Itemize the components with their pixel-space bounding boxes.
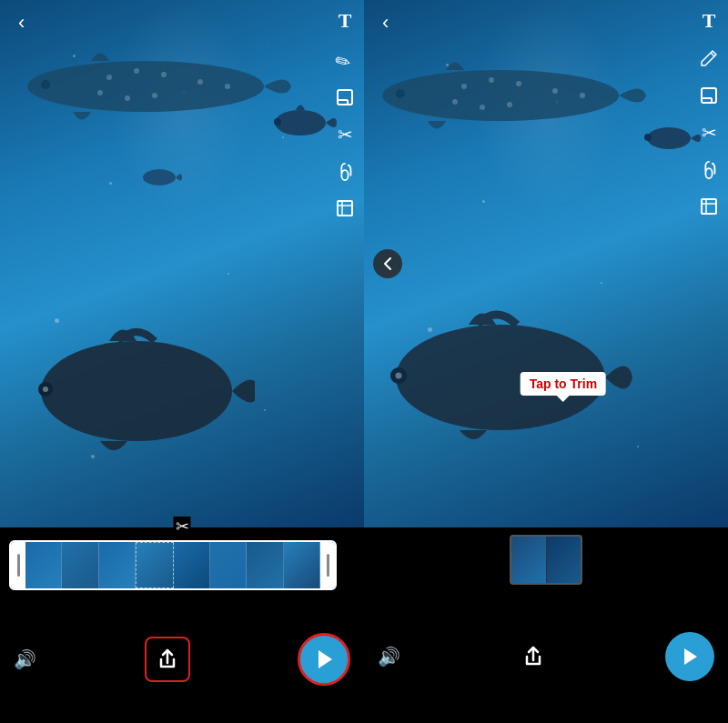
thumb-frame-2 — [546, 537, 581, 583]
small-fish-svg — [264, 100, 337, 146]
svg-point-30 — [480, 105, 485, 110]
svg-point-32 — [552, 88, 558, 94]
svg-point-9 — [225, 84, 230, 89]
svg-point-34 — [647, 127, 691, 149]
play-button[interactable] — [298, 633, 350, 686]
scissors-tool-icon[interactable]: ✂ — [335, 124, 355, 146]
thumb-frame-1 — [511, 537, 546, 583]
volume-icon[interactable]: 🔊 — [14, 648, 36, 670]
left-bottom-controls: 🔊 — [0, 596, 364, 723]
thumbnail-strip[interactable] — [510, 535, 582, 585]
right-link-tool-icon[interactable] — [699, 160, 719, 180]
left-video-bg — [0, 0, 364, 527]
share-button[interactable] — [145, 637, 190, 682]
svg-line-39 — [711, 53, 714, 56]
trim-handle-left[interactable] — [11, 542, 25, 588]
right-bottom-controls: 🔊 — [364, 590, 728, 723]
trim-frame-8 — [284, 542, 320, 588]
link-tool-icon[interactable] — [335, 162, 355, 182]
svg-marker-47 — [684, 648, 697, 665]
svg-point-38 — [396, 373, 402, 379]
sticker-icon-svg — [335, 87, 355, 107]
right-back-button[interactable]: ‹ — [378, 6, 393, 39]
draw-tool-icon[interactable]: ✎ — [330, 45, 359, 75]
trim-handle-left-inner — [17, 554, 20, 577]
right-top-nav: ‹ — [364, 0, 728, 45]
trim-strip[interactable] — [9, 540, 337, 590]
chevron-left-icon — [383, 256, 392, 271]
dot — [228, 273, 229, 275]
left-toolbar: T ✎ ✂ — [335, 9, 355, 218]
svg-point-33 — [580, 93, 585, 98]
trim-frame-1 — [25, 542, 62, 588]
trim-frame-7 — [247, 542, 283, 588]
svg-point-27 — [489, 77, 494, 83]
right-link-icon-svg — [700, 160, 718, 180]
svg-point-3 — [134, 68, 139, 74]
svg-point-2 — [106, 75, 112, 80]
left-panel: ‹ T ✎ ✂ — [0, 0, 364, 723]
svg-rect-44 — [702, 199, 716, 214]
svg-point-15 — [143, 169, 176, 186]
trim-frame-4 — [136, 542, 173, 588]
chevron-left-button[interactable] — [373, 249, 402, 278]
right-share-icon — [523, 646, 543, 668]
trim-strip-area: ✂ — [0, 527, 364, 596]
right-small-fish-svg — [637, 118, 701, 159]
svg-point-28 — [516, 81, 521, 86]
dot — [637, 446, 639, 447]
right-bottom-strip — [364, 527, 728, 590]
link-icon-svg — [336, 162, 354, 182]
svg-point-14 — [43, 387, 48, 392]
trim-frame-5 — [174, 542, 210, 588]
trim-frame-2 — [62, 542, 98, 588]
right-volume-icon[interactable]: 🔊 — [378, 646, 400, 668]
crop-icon-svg — [335, 198, 355, 218]
right-toolbar: T ✂ — [699, 9, 719, 216]
right-play-button[interactable] — [665, 632, 714, 681]
large-fish-svg — [27, 318, 255, 455]
svg-point-19 — [341, 170, 348, 180]
svg-rect-40 — [702, 88, 716, 103]
right-draw-tool-icon[interactable] — [699, 49, 719, 69]
svg-point-8 — [197, 79, 203, 85]
right-sticker-icon-svg — [699, 85, 719, 105]
trim-handle-right[interactable] — [320, 542, 335, 588]
text-tool-icon[interactable]: T — [335, 9, 355, 33]
right-text-tool-icon[interactable]: T — [699, 9, 719, 33]
right-crop-icon-svg — [699, 196, 719, 216]
tap-to-trim-tooltip: Tap to Trim — [521, 372, 606, 396]
svg-point-10 — [275, 110, 326, 136]
svg-point-25 — [396, 89, 405, 98]
svg-point-6 — [125, 95, 130, 101]
right-share-button[interactable] — [515, 638, 551, 675]
svg-point-26 — [461, 84, 467, 89]
right-draw-icon-svg — [700, 49, 718, 69]
dot — [109, 182, 112, 185]
dot — [264, 409, 266, 411]
svg-marker-23 — [318, 650, 332, 668]
right-sticker-tool-icon[interactable] — [699, 85, 719, 105]
svg-point-1 — [41, 80, 50, 89]
svg-point-7 — [97, 90, 103, 95]
crop-tool-icon[interactable] — [335, 198, 355, 218]
svg-point-4 — [161, 72, 167, 77]
svg-rect-16 — [338, 90, 352, 105]
svg-point-29 — [507, 102, 512, 107]
right-scissors-tool-icon[interactable]: ✂ — [699, 122, 719, 144]
trim-frame-3 — [99, 542, 136, 588]
svg-point-12 — [41, 341, 232, 441]
scissors-above-strip: ✂ — [174, 517, 191, 537]
svg-point-35 — [644, 134, 652, 141]
trim-handle-right-inner — [327, 554, 329, 577]
left-video-area: ‹ T ✎ ✂ — [0, 0, 364, 527]
sticker-tool-icon[interactable] — [335, 87, 355, 107]
svg-point-43 — [705, 168, 712, 178]
right-video-bg — [364, 0, 728, 527]
left-top-nav: ‹ — [0, 0, 364, 45]
left-back-button[interactable]: ‹ — [14, 6, 29, 39]
tiny-fish-svg — [136, 164, 182, 191]
right-video-area: ‹ T ✂ — [364, 0, 728, 527]
right-crop-tool-icon[interactable] — [699, 196, 719, 216]
dot — [482, 200, 485, 203]
